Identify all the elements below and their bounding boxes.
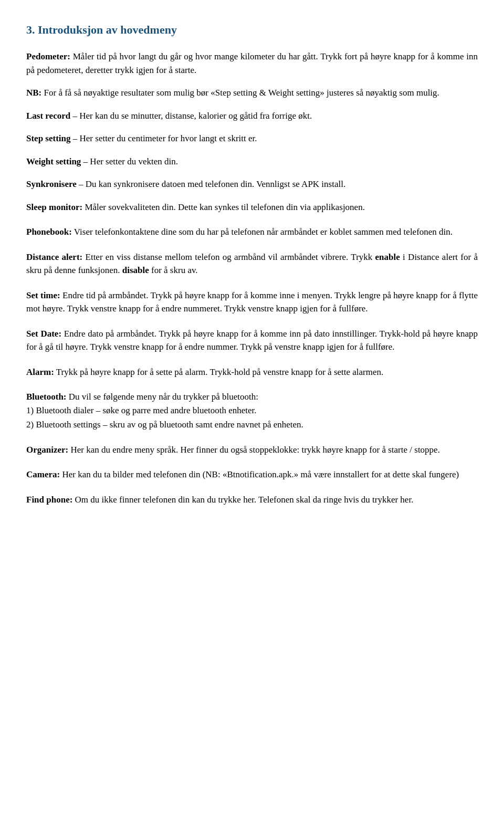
weight-setting-term: Weight setting xyxy=(26,156,81,166)
distance-alert-text1: Etter en viss distanse mellom telefon og… xyxy=(82,252,375,262)
synkronisere-text: Du kan synkronisere datoen med telefonen… xyxy=(83,179,345,189)
bluetooth-term: Bluetooth: xyxy=(26,392,67,402)
alarm-text: Trykk på høyre knapp for å sette på alar… xyxy=(54,367,383,377)
set-date-text: Endre dato på armbåndet. Trykk på høyre … xyxy=(26,329,478,352)
weight-setting-text: Her setter du vekten din. xyxy=(88,156,178,166)
alarm-section: Alarm: Trykk på høyre knapp for å sette … xyxy=(26,365,478,379)
bluetooth-text: Du vil se følgende meny når du trykker p… xyxy=(67,392,258,402)
distance-alert-section: Distance alert: Etter en viss distanse m… xyxy=(26,250,478,277)
nb-section: NB: For å få så nøyaktige resultater som… xyxy=(26,86,478,100)
step-setting-text: Her setter du centimeter for hvor langt … xyxy=(77,133,257,143)
step-setting-dash: – xyxy=(71,133,78,143)
last-record-section: Last record – Her kan du se minutter, di… xyxy=(26,109,478,123)
bluetooth-section: Bluetooth: Du vil se følgende meny når d… xyxy=(26,390,478,432)
find-phone-term: Find phone: xyxy=(26,495,72,505)
sleep-monitor-text: Måler sovekvaliteten din. Dette kan synk… xyxy=(82,202,365,212)
last-record-term: Last record xyxy=(26,111,70,121)
step-setting-term: Step setting xyxy=(26,133,71,143)
distance-alert-text3: for å skru av. xyxy=(149,265,198,275)
set-date-term: Set Date: xyxy=(26,329,61,339)
camera-term: Camera: xyxy=(26,469,60,479)
nb-text: For å få så nøyaktige resultater som mul… xyxy=(41,88,439,98)
distance-alert-enable: enable xyxy=(375,252,400,262)
page-title: 3. Introduksjon av hovedmeny xyxy=(26,21,478,38)
synkronisere-dash: – xyxy=(77,179,83,189)
set-date-section: Set Date: Endre dato på armbåndet. Trykk… xyxy=(26,327,478,354)
distance-alert-disable: disable xyxy=(122,265,149,275)
bluetooth-item-2: 2) Bluetooth settings – skru av og på bl… xyxy=(26,418,478,432)
synkronisere-section: Synkronisere – Du kan synkronisere datoe… xyxy=(26,177,478,191)
phonebook-term: Phonebook: xyxy=(26,227,72,237)
last-record-dash: – xyxy=(70,111,77,121)
weight-setting-dash: – xyxy=(81,156,88,166)
distance-alert-term: Distance alert: xyxy=(26,252,82,262)
nb-term: NB: xyxy=(26,88,41,98)
bluetooth-item-1: 1) Bluetooth dialer – søke og parre med … xyxy=(26,404,478,417)
organizer-section: Organizer: Her kan du endre meny språk. … xyxy=(26,443,478,457)
alarm-term: Alarm: xyxy=(26,367,54,377)
set-time-text: Endre tid på armbåndet. Trykk på høyre k… xyxy=(26,290,478,314)
organizer-text: Her kan du endre meny språk. Her finner … xyxy=(68,445,440,455)
phonebook-section: Phonebook: Viser telefonkontaktene dine … xyxy=(26,225,478,239)
organizer-term: Organizer: xyxy=(26,445,68,455)
pedometer-text: Måler tid på hvor langt du går og hvor m… xyxy=(26,51,478,75)
pedometer-term: Pedometer: xyxy=(26,51,70,61)
pedometer-section: Pedometer: Måler tid på hvor langt du gå… xyxy=(26,50,478,77)
weight-setting-section: Weight setting – Her setter du vekten di… xyxy=(26,155,478,169)
camera-section: Camera: Her kan du ta bilder med telefon… xyxy=(26,468,478,482)
find-phone-section: Find phone: Om du ikke finner telefonen … xyxy=(26,493,478,507)
synkronisere-term: Synkronisere xyxy=(26,179,77,189)
sleep-monitor-section: Sleep monitor: Måler sovekvaliteten din.… xyxy=(26,201,478,214)
set-time-term: Set time: xyxy=(26,290,60,300)
step-setting-section: Step setting – Her setter du centimeter … xyxy=(26,132,478,145)
last-record-text: Her kan du se minutter, distanse, kalori… xyxy=(77,111,312,121)
phonebook-text: Viser telefonkontaktene dine som du har … xyxy=(72,227,453,237)
sleep-monitor-term: Sleep monitor: xyxy=(26,202,82,212)
set-time-section: Set time: Endre tid på armbåndet. Trykk … xyxy=(26,289,478,316)
camera-text: Her kan du ta bilder med telefonen din (… xyxy=(60,469,459,479)
find-phone-text: Om du ikke finner telefonen din kan du t… xyxy=(72,495,413,505)
